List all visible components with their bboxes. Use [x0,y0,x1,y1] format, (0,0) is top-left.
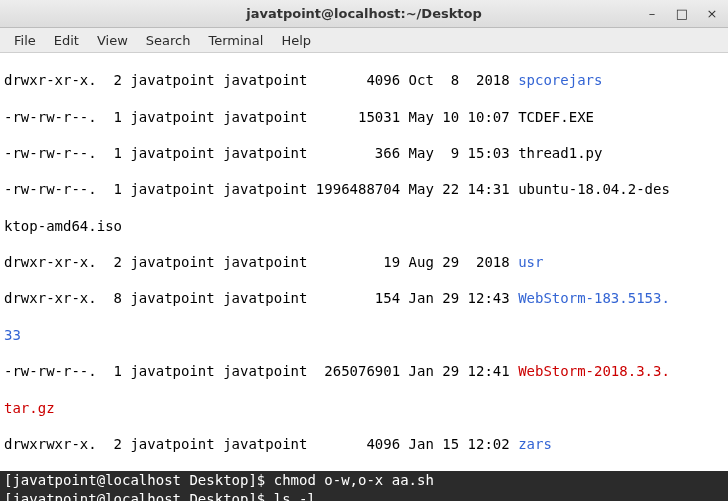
window-title: javatpoint@localhost:~/Desktop [0,6,728,21]
ls-row: -rw-rw-r--. 1 javatpoint javatpoint 2650… [4,362,724,380]
menu-file[interactable]: File [6,30,44,51]
window-titlebar: javatpoint@localhost:~/Desktop – □ × [0,0,728,28]
archive-name: WebStorm-2018.3.3. [518,363,670,379]
menu-help[interactable]: Help [273,30,319,51]
terminal-output[interactable]: drwxr-xr-x. 2 javatpoint javatpoint 4096… [0,53,728,501]
menubar: File Edit View Search Terminal Help [0,28,728,53]
prompt-line: [javatpoint@localhost Desktop]$ ls -l [0,490,728,502]
menu-terminal[interactable]: Terminal [200,30,271,51]
dir-name: spcorejars [518,72,602,88]
menu-view[interactable]: View [89,30,136,51]
ls-row: ktop-amd64.iso [4,217,724,235]
ls-row: drwxrwxr-x. 2 javatpoint javatpoint 4096… [4,435,724,453]
ls-row: drwxr-xr-x. 2 javatpoint javatpoint 19 A… [4,253,724,271]
ls-row: -rw-rw-r--. 1 javatpoint javatpoint 1996… [4,180,724,198]
dir-name: 33 [4,326,724,344]
minimize-button[interactable]: – [642,5,662,23]
ls-row: drwxr-xr-x. 8 javatpoint javatpoint 154 … [4,289,724,307]
dir-name: zars [518,436,552,452]
archive-name: tar.gz [4,399,724,417]
close-button[interactable]: × [702,5,722,23]
prompt-line: [javatpoint@localhost Desktop]$ chmod o-… [0,471,728,489]
ls-row: -rw-rw-r--. 1 javatpoint javatpoint 366 … [4,144,724,162]
window-controls: – □ × [642,5,722,23]
dir-name: WebStorm-183.5153. [518,290,670,306]
maximize-button[interactable]: □ [672,5,692,23]
ls-row: drwxr-xr-x. 2 javatpoint javatpoint 4096… [4,71,724,89]
menu-search[interactable]: Search [138,30,199,51]
ls-row: -rw-rw-r--. 1 javatpoint javatpoint 1503… [4,108,724,126]
menu-edit[interactable]: Edit [46,30,87,51]
dir-name: usr [518,254,543,270]
